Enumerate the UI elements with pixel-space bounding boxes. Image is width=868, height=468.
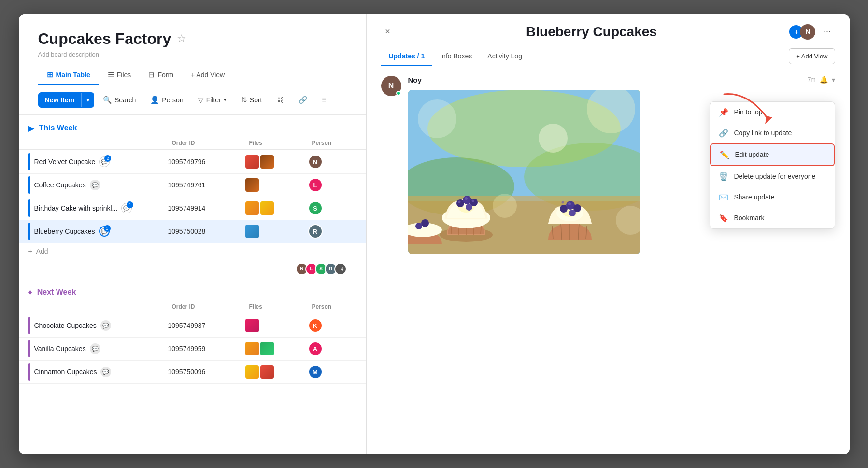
link-button[interactable]: ⛓ <box>271 92 290 107</box>
this-week-chevron-icon[interactable]: ▶ <box>28 124 34 133</box>
poster-avatar: N <box>381 76 401 96</box>
dropdown-bookmark[interactable]: 🔖 Bookmark <box>710 208 835 228</box>
person-label: Person <box>162 96 183 104</box>
person-button[interactable]: 👤 Person <box>144 92 189 108</box>
chat-badge[interactable]: 💬 <box>90 180 100 190</box>
filter-icon: ▽ <box>198 96 204 104</box>
dropdown-copy-link[interactable]: 🔗 Copy link to update <box>710 123 835 143</box>
table-row[interactable]: Vanilla Cupcakes 💬 1095749959 A <box>19 338 366 361</box>
tab-info-boxes[interactable]: Info Boxes <box>432 47 480 66</box>
sort-label: Sort <box>250 96 262 104</box>
row-bar <box>28 317 30 334</box>
row-person: S <box>308 201 356 215</box>
dropdown-edit-update[interactable]: ✏️ Edit update <box>710 143 835 166</box>
external-link-button[interactable]: 🔗 <box>293 92 313 108</box>
table-row[interactable]: Blueberry Cupcakes 💬1 1095750028 R <box>19 220 366 243</box>
row-bar <box>28 153 30 170</box>
row-person: N <box>308 155 356 169</box>
dropdown-pin-to-top[interactable]: 📌 Pin to top <box>710 102 835 123</box>
avatar: S <box>308 201 323 215</box>
chat-badge[interactable]: 💬2 <box>99 156 110 167</box>
tab-form[interactable]: ⊟ Form <box>140 66 182 85</box>
add-view-button[interactable]: + Add View <box>789 48 835 64</box>
post-dropdown-arrow[interactable]: ▾ <box>832 76 835 84</box>
row-files <box>245 225 308 238</box>
dropdown-delete-update[interactable]: 🗑️ Delete update for everyone <box>710 166 835 187</box>
svg-point-36 <box>569 210 576 216</box>
tab-updates[interactable]: Updates / 1 <box>381 47 433 66</box>
row-files <box>245 342 308 355</box>
left-panel: Cupcakes Factory ☆ Add board description… <box>19 14 367 454</box>
filter-dropdown-icon: ▾ <box>224 97 227 103</box>
next-week-title: Next Week <box>37 288 76 297</box>
next-week-chevron-icon[interactable]: ♦ <box>28 288 32 297</box>
table-row[interactable]: Coffee Cupcakes 💬 1095749761 L <box>19 174 366 197</box>
avatar: A <box>308 341 323 356</box>
row-bar <box>28 199 30 217</box>
file-thumb <box>245 342 259 355</box>
col-header-person-2: Person <box>308 300 356 313</box>
sort-button[interactable]: ⇅ Sort <box>235 92 268 108</box>
search-button[interactable]: 🔍 Search <box>97 92 142 108</box>
table-row[interactable]: Cinnamon Cupcakes 💬 1095750096 M <box>19 361 366 384</box>
tab-main-table[interactable]: ⊞ Main Table <box>38 66 99 85</box>
tab-updates-label: Updates / 1 <box>389 52 425 60</box>
chat-badge[interactable]: 💬1 <box>99 226 110 237</box>
close-button[interactable]: × <box>381 25 395 39</box>
item-title: Blueberry Cupcakes <box>526 24 657 40</box>
chat-badge[interactable]: 💬1 <box>121 203 132 213</box>
tabs-row: ⊞ Main Table ☰ Files ⊟ Form + Add View <box>38 66 347 85</box>
tab-add-view[interactable]: + Add View <box>182 66 233 85</box>
row-name-cell: Birthday Cake with sprinkl... 💬1 <box>34 203 168 213</box>
row-orderid: 1095750096 <box>168 368 245 376</box>
chat-badge[interactable]: 💬 <box>90 343 100 354</box>
new-item-button[interactable]: New Item ▾ <box>38 92 94 108</box>
row-name: Coffee Cupcakes <box>34 181 86 189</box>
board-desc[interactable]: Add board description <box>38 51 347 58</box>
summary-row: N L S R +4 <box>19 259 366 279</box>
online-indicator <box>396 91 401 96</box>
tab-activity-log[interactable]: Activity Log <box>480 47 530 66</box>
col-header-files-2: Files <box>245 300 308 313</box>
dropdown-share-update[interactable]: ✉️ Share update <box>710 187 835 208</box>
row-person: L <box>308 178 356 192</box>
person-icon: 👤 <box>150 96 159 104</box>
settings-button[interactable]: ≡ <box>316 92 332 107</box>
link-icon: ⛓ <box>277 96 284 104</box>
col-header-orderid-2: Order ID <box>168 300 245 313</box>
left-header: Cupcakes Factory ☆ Add board description… <box>19 14 366 85</box>
row-bar <box>28 340 30 357</box>
filter-label: Filter <box>206 96 221 104</box>
svg-point-42 <box>493 194 517 218</box>
summary-avatars: N L S R +4 <box>296 263 347 275</box>
row-orderid: 1095749796 <box>168 158 245 166</box>
new-item-dropdown-arrow[interactable]: ▾ <box>81 93 94 107</box>
file-thumb <box>260 155 274 169</box>
more-options-button[interactable]: ··· <box>819 24 835 40</box>
sort-icon: ⇅ <box>241 96 247 104</box>
add-row-icon: + <box>28 247 32 255</box>
avatar: R <box>308 224 323 239</box>
chat-badge[interactable]: 💬 <box>100 367 111 377</box>
next-week-group-header: ♦ Next Week <box>19 279 366 300</box>
pin-icon: 📌 <box>719 108 728 117</box>
star-icon[interactable]: ☆ <box>177 32 186 45</box>
poster-name: Noy <box>408 76 422 84</box>
table-row[interactable]: Chocolate Cupcakes 💬 1095749937 K <box>19 314 366 338</box>
row-orderid: 1095749914 <box>168 204 245 212</box>
external-link-icon: 🔗 <box>299 96 308 104</box>
col-header-person-1: Person <box>308 137 356 149</box>
file-thumb <box>260 342 274 355</box>
add-row-label: Add <box>36 247 48 255</box>
files-icon: ☰ <box>108 71 114 79</box>
avatar: L <box>308 178 323 192</box>
svg-point-38 <box>568 202 571 205</box>
row-orderid: 1095750028 <box>168 227 245 235</box>
bell-icon[interactable]: 🔔 <box>820 76 828 84</box>
chat-badge[interactable]: 💬 <box>100 320 111 331</box>
tab-files[interactable]: ☰ Files <box>99 66 140 85</box>
add-row-button[interactable]: + Add <box>19 243 366 259</box>
table-row[interactable]: Red Velvet Cupcake 💬2 1095749796 N <box>19 151 366 174</box>
table-row[interactable]: Birthday Cake with sprinkl... 💬1 1095749… <box>19 197 366 220</box>
filter-button[interactable]: ▽ Filter ▾ <box>192 92 232 108</box>
